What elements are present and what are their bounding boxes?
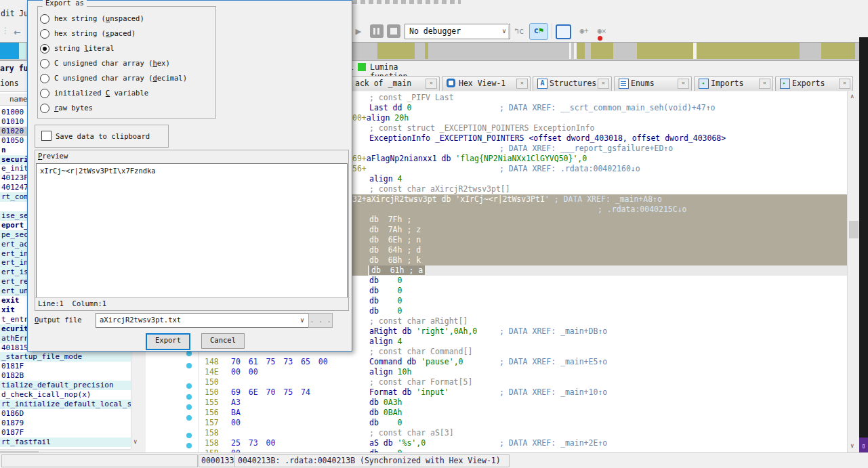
function-row[interactable]: tialize_default_precision — [0, 381, 131, 390]
delete-breakpoint-icon[interactable]: ◉✕ — [594, 24, 609, 38]
chevron-down-icon: ∨ — [502, 24, 506, 38]
tab-label: Hex View-1 — [459, 79, 505, 88]
preview-editor[interactable]: xIrCj~<r|2tWsv3PtI\x7Fzndka — [36, 163, 348, 298]
xref-comment: ; DATA XREF: _main+10↑o — [499, 387, 607, 398]
radio-circle[interactable] — [40, 59, 49, 68]
radio-circle[interactable] — [40, 29, 49, 39]
radio-circle[interactable] — [40, 74, 49, 83]
disasm-line[interactable]: 15825 73 00aS db '%s',0; DATA XREF: _mai… — [146, 438, 847, 448]
radio-circle[interactable] — [40, 104, 49, 113]
radio-label-post: iteral — [89, 44, 115, 52]
disasm-text: aS db '%s',0 — [369, 438, 426, 448]
imports-icon: ◂ — [699, 79, 709, 89]
function-row[interactable]: 0181F — [0, 362, 131, 371]
debugger-select[interactable]: No debugger ∨ — [405, 24, 510, 39]
navigator-segment — [415, 43, 425, 59]
output-file-row: Output file aXircjR2twsv3pt.txt ∨ . . . — [28, 311, 352, 328]
disasm-run: Format db — [369, 387, 416, 397]
disasm-text: 00+align 20h — [352, 113, 409, 123]
close-icon[interactable]: ✕ — [678, 79, 689, 89]
radio-circle[interactable] — [40, 44, 49, 54]
disasm-run: 00+ — [352, 113, 367, 123]
listing-vertical-scrollbar[interactable]: ∧ ∨ — [847, 91, 860, 452]
browse-button[interactable]: . . . — [308, 313, 333, 328]
tab-enums[interactable]: Enums✕ — [614, 76, 692, 91]
clipped-app-icon: ▯ — [859, 438, 868, 454]
add-breakpoint-icon[interactable]: ◉+ — [577, 24, 592, 38]
database-icon[interactable] — [556, 24, 571, 39]
disasm-line[interactable]: 158; const char aS[3] — [146, 428, 847, 438]
export-as-group-title: Export as — [43, 0, 87, 7]
save-to-clipboard-label[interactable]: Save data to clipboard — [56, 132, 150, 140]
function-row[interactable]: 01879 — [0, 419, 131, 428]
xref-comment: ; DATA XREF: __scrt_common_main_seh(void… — [499, 103, 716, 113]
start-process-icon[interactable]: ▶ — [352, 24, 365, 38]
close-icon[interactable]: ✕ — [598, 79, 609, 89]
disasm-run: 32+aXircjR2twsv3pt db 'xIrCj~<r|2tWsv3Pt… — [352, 194, 554, 204]
disasm-run: db — [369, 418, 398, 427]
function-row[interactable]: 0186D — [0, 409, 131, 419]
disasm-line[interactable]: 150; const char Format[5] — [146, 377, 847, 387]
lumina-color-chip — [358, 63, 366, 71]
close-icon[interactable]: ✕ — [426, 79, 437, 89]
disasm-line[interactable]: 15700db 0 — [146, 418, 847, 428]
tab-exports[interactable]: ▸Exports✕ — [775, 76, 853, 91]
navigator-segment — [697, 43, 800, 59]
tab-hex-view-1[interactable]: Hex View-1✕ — [442, 76, 531, 91]
disasm-run: ; const char aXircjR2twsv3pt[] — [369, 184, 510, 194]
export-button[interactable]: Export — [146, 333, 190, 350]
disasm-run: 69+ — [352, 154, 367, 163]
tab-ack-of-main[interactable]: ack of _main✕ — [349, 76, 440, 91]
radio-circle[interactable] — [40, 14, 49, 24]
address-dot — [186, 383, 192, 389]
navigator-segment — [800, 43, 821, 59]
function-row[interactable]: 0182B — [0, 371, 131, 381]
byte-values: 00 — [231, 418, 241, 428]
close-icon[interactable]: ✕ — [839, 79, 850, 89]
function-row[interactable]: d_check_icall_nop(x) — [0, 390, 131, 400]
step-into-code-icon[interactable]: ↰c — [512, 24, 526, 38]
scroll-down-icon[interactable]: ∨ — [133, 438, 137, 445]
disasm-line[interactable]: 14E00 00align 10h — [146, 367, 847, 377]
function-row[interactable]: 0187F — [0, 428, 131, 438]
disasm-line[interactable]: 156BAdb 0BAh — [146, 408, 847, 418]
output-file-combobox[interactable]: aXircjR2twsv3pt.txt ∨ — [96, 313, 309, 328]
menu-edit-partial[interactable]: dit — [1, 9, 15, 18]
radio-label-pre: C unsigned char array ( — [54, 74, 152, 82]
xref-comment: ; DATA XREF: _main+2E↑o — [499, 438, 607, 448]
scroll-up-icon[interactable]: ∧ — [850, 93, 854, 100]
navigate-back-icon[interactable]: ← — [9, 24, 25, 39]
functions-window-title-partial: ions — [0, 79, 19, 88]
run-to-cursor-icon[interactable]: c⚑ — [529, 23, 548, 40]
disasm-run: '%s',0 — [398, 438, 426, 448]
navigator-segment — [0, 43, 19, 59]
cancel-button[interactable]: Cancel — [201, 333, 245, 349]
disasm-run: db — [369, 286, 398, 295]
radio-label-post: aw bytes — [58, 104, 93, 112]
close-icon[interactable]: ✕ — [759, 79, 770, 89]
disasm-run: 20h — [394, 113, 409, 123]
function-row[interactable]: _startup_file_mode — [0, 352, 131, 362]
function-row[interactable]: rt_fastfail — [0, 438, 131, 447]
tab-structures[interactable]: AStructures✕ — [533, 76, 612, 91]
disasm-run: 4 — [398, 174, 402, 184]
status-cell-empty — [1, 454, 198, 467]
byte-address: 156 — [205, 408, 219, 418]
tab-imports[interactable]: ◂Imports✕ — [694, 76, 773, 91]
scrollbar-thumb[interactable] — [849, 221, 859, 238]
disasm-line[interactable]: 14870 61 75 73 65 00Command db 'pause',0… — [146, 357, 847, 367]
disasm-line[interactable]: 155A3db 0A3h — [146, 398, 847, 408]
function-row[interactable]: rt_initialize_default_local_stdi — [0, 400, 131, 409]
disasm-run: ExceptionInfo _EXCEPTION_POINTERS <offse… — [369, 133, 726, 143]
disasm-text: align 4 — [369, 174, 402, 184]
stop-process-icon[interactable] — [387, 24, 400, 38]
radio-label-pre: C unsigned char array ( — [54, 59, 152, 67]
enums-icon — [619, 79, 629, 89]
close-icon[interactable]: ✕ — [516, 79, 528, 89]
pause-process-icon[interactable] — [370, 24, 384, 38]
preview-label: Preview — [38, 152, 68, 160]
save-to-clipboard-checkbox[interactable] — [41, 131, 51, 141]
radio-circle[interactable] — [40, 89, 49, 98]
disasm-line[interactable]: 15069 6E 70 75 74Format db 'input'; DATA… — [146, 387, 847, 398]
scroll-down-icon[interactable]: ∨ — [850, 442, 854, 449]
